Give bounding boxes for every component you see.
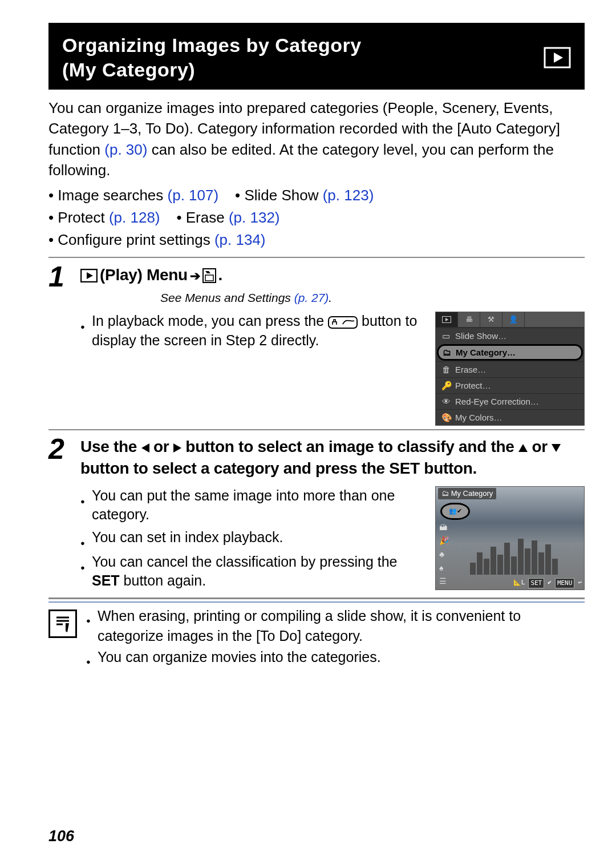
cat-shot-category-icons: 🏔 🎉 ♣ ♠ ☰ xyxy=(439,522,449,587)
step-2-bullet-3b: button again. xyxy=(120,572,206,588)
svg-marker-9 xyxy=(66,623,69,632)
cat-shot-check-icon: ✔ xyxy=(548,578,552,588)
cat-shot-return-icon: ↩ xyxy=(578,578,582,588)
title-line-2: (My Category) xyxy=(62,59,195,80)
menu-tab-person-icon: 👤 xyxy=(502,312,525,327)
cat-shot-set-button: SET xyxy=(528,578,544,588)
page-ref-123[interactable]: (p. 123) xyxy=(323,187,374,204)
step-2-heading-b: or xyxy=(149,438,173,455)
menu-item-slide-show: ▭Slide Show… xyxy=(436,328,584,344)
menu-screenshot: 🖶 ⚒ 👤 ▭Slide Show… 🗂My Category… 🗑Erase…… xyxy=(435,312,585,426)
step-number-2: 2 xyxy=(48,434,77,463)
menu-item-redeye: 👁Red-Eye Correction… xyxy=(436,393,584,409)
svg-marker-3 xyxy=(87,272,93,279)
menu-item-mycolors-label: My Colors… xyxy=(455,411,502,423)
step-1-bullet-a: In playback mode, you can press the xyxy=(92,313,328,329)
step-2-heading-e: button to select a category and press th… xyxy=(80,459,389,477)
bullet-print-settings: Configure print settings xyxy=(58,231,214,248)
my-category-icon xyxy=(202,264,216,286)
note-section: When erasing, printing or compiling a sl… xyxy=(48,606,585,668)
step-2-heading-a: Use the xyxy=(80,438,141,455)
divider-thick xyxy=(48,597,585,599)
step-2-heading-f: button. xyxy=(420,459,477,477)
cat-icon-cat1: ♣ xyxy=(439,549,449,560)
menu-tab-play-icon xyxy=(436,312,458,327)
step-2-text: You can put the same image into more tha… xyxy=(80,486,426,594)
step-2-bullet-1: You can put the same image into more tha… xyxy=(92,486,426,525)
bullet-erase: Erase xyxy=(186,209,229,226)
set-bold: SET xyxy=(92,572,120,588)
page-ref-134[interactable]: (p. 134) xyxy=(214,231,266,248)
note-body: When erasing, printing or compiling a sl… xyxy=(86,606,585,668)
up-arrow-icon xyxy=(518,438,528,455)
feature-bullet-list: • Image searches (p. 107) • Slide Show (… xyxy=(48,184,585,251)
cat-icon-todo: ☰ xyxy=(439,576,449,587)
cat-icon-scenery: 🏔 xyxy=(439,522,449,534)
menu-item-slide-show-label: Slide Show… xyxy=(455,330,506,342)
note-icon xyxy=(48,609,77,638)
step-2-heading-c: button to select an image to classify an… xyxy=(181,438,518,455)
step-2-bullet-2: You can set in index playback. xyxy=(92,528,426,548)
print-share-button-icon xyxy=(328,313,362,329)
cat-shot-selected-category: 👥✔ xyxy=(440,503,470,520)
note-1: When erasing, printing or compiling a sl… xyxy=(98,606,585,646)
cat-shot-title: 🗂 My Category xyxy=(438,488,496,499)
see-text: See Menus and Settings xyxy=(160,291,294,304)
menu-item-mycolors: 🎨My Colors… xyxy=(436,409,584,425)
cat-shot-bottom-bar: 📐L SET ✔ MENU ↩ xyxy=(513,578,582,588)
menu-item-protect: 🔑Protect… xyxy=(436,377,584,393)
svg-marker-8 xyxy=(445,318,448,321)
step-1-heading-trail: . xyxy=(218,264,222,286)
menu-item-my-category: 🗂My Category… xyxy=(437,344,583,361)
page-ref-107[interactable]: (p. 107) xyxy=(168,187,219,204)
bullet-row-2: • Protect (p. 128) • Erase (p. 132) xyxy=(48,207,585,229)
bullet-row-3: • Configure print settings (p. 134) xyxy=(48,229,585,251)
section-title-bar: Organizing Images by Category (My Catego… xyxy=(48,23,585,90)
menu-item-my-category-label: My Category… xyxy=(456,346,516,358)
step-1-heading: (Play) Menu . xyxy=(80,264,585,286)
menu-tab-tools-icon: ⚒ xyxy=(480,312,502,327)
title-line-1: Organizing Images by Category xyxy=(62,34,362,56)
bullet-image-searches: Image searches xyxy=(58,187,167,204)
menu-item-redeye-label: Red-Eye Correction… xyxy=(455,395,539,407)
page-ref-132[interactable]: (p. 132) xyxy=(229,209,280,226)
bullet-protect: Protect xyxy=(58,209,109,226)
menu-tab-print-icon: 🖶 xyxy=(458,312,480,327)
divider xyxy=(48,429,585,430)
cat-shot-image-skyline xyxy=(470,535,578,575)
page-ref-128[interactable]: (p. 128) xyxy=(109,209,160,226)
page-number: 106 xyxy=(48,827,74,845)
cat-shot-title-text: My Category xyxy=(451,489,493,498)
divider-accent xyxy=(48,601,585,603)
see-trail: . xyxy=(329,291,332,304)
page-ref-30[interactable]: (p. 30) xyxy=(104,141,147,158)
note-2: You can organize movies into the categor… xyxy=(98,647,585,667)
step-2-bullet-3a: You can cancel the classification by pre… xyxy=(92,554,398,570)
divider xyxy=(48,257,585,258)
down-arrow-icon xyxy=(552,438,561,455)
category-screenshot: 🗂 My Category 👥✔ 🏔 🎉 ♣ ♠ ☰ 📐L SET xyxy=(435,486,585,590)
play-menu-icon xyxy=(80,264,98,286)
cat-shot-size-icon: 📐L xyxy=(513,578,525,588)
left-arrow-icon xyxy=(141,438,149,455)
step-2-heading-d: or xyxy=(528,438,552,455)
step-1-body: (Play) Menu . See Menus and Settings (p.… xyxy=(77,261,585,426)
step-1-text: In playback mode, you can press the butt… xyxy=(80,312,426,354)
step-2-body: Use the or button to select an image to … xyxy=(77,434,585,594)
menu-tab-bar: 🖶 ⚒ 👤 xyxy=(436,312,584,328)
bullet-row-1: • Image searches (p. 107) • Slide Show (… xyxy=(48,184,585,207)
step-2-bullet-3: You can cancel the classification by pre… xyxy=(92,552,426,591)
step-2-heading: Use the or button to select an image to … xyxy=(80,436,585,479)
step-2: 2 Use the or button to select an image t… xyxy=(48,434,585,594)
manual-page: Organizing Images by Category (My Catego… xyxy=(0,0,616,868)
menu-item-protect-label: Protect… xyxy=(455,380,491,391)
right-arrow-icon xyxy=(173,438,181,455)
see-reference: See Menus and Settings (p. 27). xyxy=(160,289,585,306)
intro-paragraph: You can organize images into prepared ca… xyxy=(48,98,585,181)
cat-shot-menu-button: MENU xyxy=(555,578,575,588)
step-number-1: 1 xyxy=(48,261,77,291)
page-ref-27[interactable]: (p. 27) xyxy=(294,291,329,304)
cat-icon-cat2: ♠ xyxy=(439,563,449,574)
menu-item-erase-label: Erase… xyxy=(455,364,486,376)
step-1-bullet: In playback mode, you can press the butt… xyxy=(92,312,426,350)
